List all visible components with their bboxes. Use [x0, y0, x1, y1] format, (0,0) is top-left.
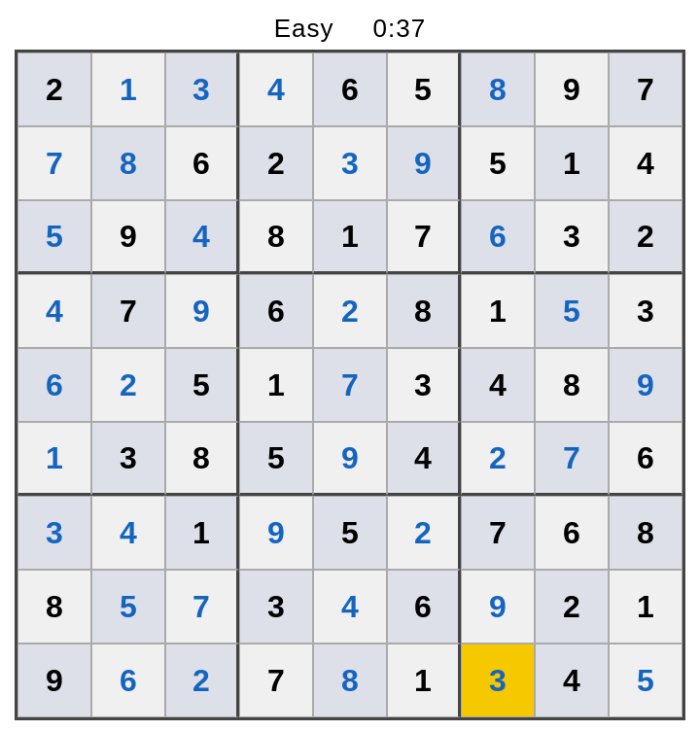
cell-r2-c8[interactable]: 1: [535, 126, 609, 200]
row-6: 138594276: [18, 422, 682, 496]
cell-r8-c6[interactable]: 6: [387, 570, 461, 644]
cell-r5-c8[interactable]: 8: [535, 348, 609, 422]
cell-r6-c5[interactable]: 9: [313, 422, 387, 496]
cell-r5-c7[interactable]: 4: [461, 348, 535, 422]
row-8: 857346921: [18, 570, 682, 644]
cell-r2-c3[interactable]: 6: [165, 126, 239, 200]
cell-r9-c2[interactable]: 6: [91, 644, 165, 717]
cell-r8-c9[interactable]: 1: [609, 570, 682, 644]
cell-r5-c9[interactable]: 9: [609, 348, 682, 422]
cell-r9-c4[interactable]: 7: [239, 644, 313, 717]
cell-r2-c6[interactable]: 9: [387, 126, 461, 200]
cell-r6-c6[interactable]: 4: [387, 422, 461, 496]
cell-r9-c5[interactable]: 8: [313, 644, 387, 717]
cell-r6-c9[interactable]: 6: [609, 422, 682, 496]
cell-r2-c5[interactable]: 3: [313, 126, 387, 200]
cell-r4-c5[interactable]: 2: [313, 274, 387, 348]
cell-r1-c1[interactable]: 2: [18, 52, 91, 126]
cell-r9-c9[interactable]: 5: [609, 644, 682, 717]
row-2: 786239514: [18, 126, 682, 200]
cell-r1-c3[interactable]: 3: [165, 52, 239, 126]
cell-r4-c6[interactable]: 8: [387, 274, 461, 348]
cell-r2-c2[interactable]: 8: [91, 126, 165, 200]
sudoku-board: 2134658977862395145948176324796281536251…: [15, 50, 685, 720]
row-5: 625173489: [18, 348, 682, 422]
row-9: 962781345: [18, 644, 682, 717]
cell-r3-c1[interactable]: 5: [18, 200, 91, 274]
cell-r3-c7[interactable]: 6: [461, 200, 535, 274]
cell-r8-c7[interactable]: 9: [461, 570, 535, 644]
cell-r6-c4[interactable]: 5: [239, 422, 313, 496]
cell-r4-c1[interactable]: 4: [18, 274, 91, 348]
cell-r5-c4[interactable]: 1: [239, 348, 313, 422]
cell-r1-c8[interactable]: 9: [535, 52, 609, 126]
cell-r9-c1[interactable]: 9: [18, 644, 91, 717]
cell-r8-c5[interactable]: 4: [313, 570, 387, 644]
cell-r6-c3[interactable]: 8: [165, 422, 239, 496]
row-1: 213465897: [18, 52, 682, 126]
cell-r9-c8[interactable]: 4: [535, 644, 609, 717]
cell-r6-c1[interactable]: 1: [18, 422, 91, 496]
cell-r2-c9[interactable]: 4: [609, 126, 682, 200]
cell-r5-c3[interactable]: 5: [165, 348, 239, 422]
cell-r1-c5[interactable]: 6: [313, 52, 387, 126]
cell-r7-c4[interactable]: 9: [239, 496, 313, 570]
cell-r4-c9[interactable]: 3: [609, 274, 682, 348]
cell-r9-c3[interactable]: 2: [165, 644, 239, 717]
difficulty-label: Easy: [274, 14, 334, 44]
cell-r1-c6[interactable]: 5: [387, 52, 461, 126]
cell-r3-c5[interactable]: 1: [313, 200, 387, 274]
cell-r3-c9[interactable]: 2: [609, 200, 682, 274]
cell-r5-c6[interactable]: 3: [387, 348, 461, 422]
cell-r9-c6[interactable]: 1: [387, 644, 461, 717]
cell-r8-c3[interactable]: 7: [165, 570, 239, 644]
cell-r6-c2[interactable]: 3: [91, 422, 165, 496]
cell-r7-c1[interactable]: 3: [18, 496, 91, 570]
cell-r7-c8[interactable]: 6: [535, 496, 609, 570]
cell-r7-c2[interactable]: 4: [91, 496, 165, 570]
cell-r8-c2[interactable]: 5: [91, 570, 165, 644]
row-7: 341952768: [18, 496, 682, 570]
cell-r5-c1[interactable]: 6: [18, 348, 91, 422]
cell-r2-c4[interactable]: 2: [239, 126, 313, 200]
cell-r5-c5[interactable]: 7: [313, 348, 387, 422]
cell-r8-c8[interactable]: 2: [535, 570, 609, 644]
cell-r1-c2[interactable]: 1: [91, 52, 165, 126]
cell-r6-c7[interactable]: 2: [461, 422, 535, 496]
timer-display: 0:37: [373, 14, 427, 44]
cell-r3-c8[interactable]: 3: [535, 200, 609, 274]
cell-r4-c7[interactable]: 1: [461, 274, 535, 348]
cell-r3-c6[interactable]: 7: [387, 200, 461, 274]
cell-r4-c2[interactable]: 7: [91, 274, 165, 348]
cell-r7-c5[interactable]: 5: [313, 496, 387, 570]
cell-r7-c9[interactable]: 8: [609, 496, 682, 570]
cell-r5-c2[interactable]: 2: [91, 348, 165, 422]
cell-r2-c1[interactable]: 7: [18, 126, 91, 200]
cell-r6-c8[interactable]: 7: [535, 422, 609, 496]
cell-r4-c4[interactable]: 6: [239, 274, 313, 348]
row-4: 479628153: [18, 274, 682, 348]
game-header: Easy 0:37: [0, 8, 700, 50]
cell-r4-c8[interactable]: 5: [535, 274, 609, 348]
cell-r7-c3[interactable]: 1: [165, 496, 239, 570]
cell-r3-c4[interactable]: 8: [239, 200, 313, 274]
cell-r1-c9[interactable]: 7: [609, 52, 682, 126]
cell-r7-c7[interactable]: 7: [461, 496, 535, 570]
cell-r4-c3[interactable]: 9: [165, 274, 239, 348]
cell-r2-c7[interactable]: 5: [461, 126, 535, 200]
cell-r8-c4[interactable]: 3: [239, 570, 313, 644]
cell-r1-c4[interactable]: 4: [239, 52, 313, 126]
cell-r1-c7[interactable]: 8: [461, 52, 535, 126]
cell-r3-c3[interactable]: 4: [165, 200, 239, 274]
cell-r7-c6[interactable]: 2: [387, 496, 461, 570]
row-3: 594817632: [18, 200, 682, 274]
cell-r9-c7[interactable]: 3: [461, 644, 535, 717]
cell-r3-c2[interactable]: 9: [91, 200, 165, 274]
cell-r8-c1[interactable]: 8: [18, 570, 91, 644]
